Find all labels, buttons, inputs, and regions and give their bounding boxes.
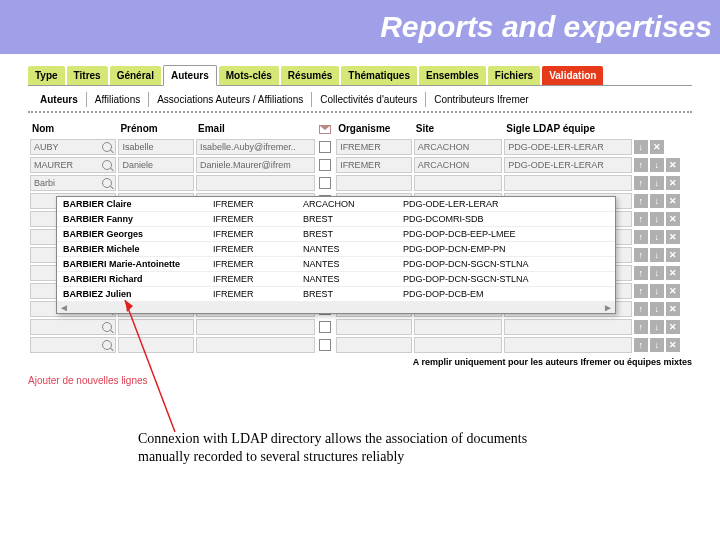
add-rows-link[interactable]: Ajouter de nouvelles lignes (28, 369, 148, 386)
delete-button[interactable]: ✕ (666, 284, 680, 298)
prenom-input[interactable]: Isabelle (118, 139, 194, 155)
nom-input[interactable] (30, 337, 116, 353)
subtab[interactable]: Collectivités d'auteurs (312, 92, 426, 107)
dropdown-item[interactable]: BARBIER GeorgesIFREMERBRESTPDG-DOP-DCB-E… (57, 227, 615, 242)
sigle-input[interactable] (504, 175, 631, 191)
tab-auteurs[interactable]: Auteurs (163, 65, 217, 86)
delete-button[interactable]: ✕ (666, 176, 680, 190)
tab-mots-clés[interactable]: Mots-clés (219, 66, 279, 85)
nom-input[interactable] (30, 319, 116, 335)
tab-général[interactable]: Général (110, 66, 161, 85)
email-input[interactable]: Isabelle.Auby@ifremer.. (196, 139, 315, 155)
email-input[interactable]: Daniele.Maurer@ifrem (196, 157, 315, 173)
move-down-button[interactable]: ↓ (650, 158, 664, 172)
checkbox[interactable] (319, 141, 331, 153)
site-input[interactable]: ARCACHON (414, 139, 503, 155)
move-up-button[interactable]: ↑ (634, 266, 648, 280)
move-down-button[interactable]: ↓ (650, 194, 664, 208)
move-down-button[interactable]: ↓ (650, 230, 664, 244)
organisme-input[interactable] (336, 319, 412, 335)
search-icon[interactable] (102, 178, 112, 188)
scroll-right-icon[interactable]: ► (603, 302, 613, 313)
move-up-button[interactable]: ↑ (634, 194, 648, 208)
move-up-button[interactable]: ↑ (634, 212, 648, 226)
move-up-button[interactable]: ↑ (634, 284, 648, 298)
move-up-button[interactable]: ↑ (634, 248, 648, 262)
email-input[interactable] (196, 175, 315, 191)
delete-button[interactable]: ✕ (666, 194, 680, 208)
tab-ensembles[interactable]: Ensembles (419, 66, 486, 85)
dropdown-item[interactable]: BARBIER FannyIFREMERBRESTPDG-DCOMRI-SDB (57, 212, 615, 227)
dropdown-item[interactable]: BARBIER MicheleIFREMERNANTESPDG-DOP-DCN-… (57, 242, 615, 257)
delete-button[interactable]: ✕ (666, 158, 680, 172)
tab-fichiers[interactable]: Fichiers (488, 66, 540, 85)
nom-input[interactable]: AUBY (30, 139, 116, 155)
move-down-button[interactable]: ↓ (634, 140, 648, 154)
checkbox[interactable] (319, 321, 331, 333)
dropdown-item[interactable]: BARBIEZ JulienIFREMERBRESTPDG-DOP-DCB-EM (57, 287, 615, 302)
prenom-input[interactable]: Daniele (118, 157, 194, 173)
move-up-button[interactable]: ↑ (634, 230, 648, 244)
tab-titres[interactable]: Titres (67, 66, 108, 85)
email-input[interactable] (196, 337, 315, 353)
scroll-left-icon[interactable]: ◄ (59, 302, 69, 313)
search-icon[interactable] (102, 160, 112, 170)
organisme-input[interactable] (336, 337, 412, 353)
search-icon[interactable] (102, 322, 112, 332)
dropdown-item[interactable]: BARBIERI Marie-AntoinetteIFREMERNANTESPD… (57, 257, 615, 272)
search-icon[interactable] (102, 142, 112, 152)
move-down-button[interactable]: ↓ (650, 284, 664, 298)
checkbox[interactable] (319, 339, 331, 351)
email-input[interactable] (196, 319, 315, 335)
site-input[interactable] (414, 175, 503, 191)
move-down-button[interactable]: ↓ (650, 266, 664, 280)
move-down-button[interactable]: ↓ (650, 320, 664, 334)
sigle-input[interactable]: PDG-ODE-LER-LERAR (504, 139, 631, 155)
delete-button[interactable]: ✕ (666, 248, 680, 262)
sigle-input[interactable] (504, 319, 631, 335)
site-input[interactable] (414, 337, 503, 353)
subtab[interactable]: Auteurs (32, 92, 87, 107)
prenom-input[interactable] (118, 175, 194, 191)
site-input[interactable] (414, 319, 503, 335)
delete-button[interactable]: ✕ (666, 230, 680, 244)
subtab[interactable]: Contributeurs Ifremer (426, 92, 536, 107)
move-up-button[interactable]: ↑ (634, 158, 648, 172)
move-down-button[interactable]: ↓ (650, 212, 664, 226)
dropdown-item[interactable]: BARBIER ClaireIFREMERARCACHONPDG-ODE-LER… (57, 197, 615, 212)
tab-résumés[interactable]: Résumés (281, 66, 339, 85)
organisme-input[interactable] (336, 175, 412, 191)
tab-thématiques[interactable]: Thématiques (341, 66, 417, 85)
sigle-input[interactable]: PDG-ODE-LER-LERAR (504, 157, 631, 173)
move-up-button[interactable]: ↑ (634, 320, 648, 334)
nom-input[interactable]: Barbi (30, 175, 116, 191)
sigle-input[interactable] (504, 337, 631, 353)
subtab[interactable]: Affiliations (87, 92, 149, 107)
move-down-button[interactable]: ↓ (650, 176, 664, 190)
nom-input[interactable]: MAURER (30, 157, 116, 173)
tab-validation[interactable]: Validation (542, 66, 603, 85)
tab-type[interactable]: Type (28, 66, 65, 85)
move-up-button[interactable]: ↑ (634, 176, 648, 190)
organisme-input[interactable]: IFREMER (336, 139, 412, 155)
prenom-input[interactable] (118, 319, 194, 335)
move-down-button[interactable]: ↓ (650, 302, 664, 316)
checkbox[interactable] (319, 159, 331, 171)
move-down-button[interactable]: ↓ (650, 248, 664, 262)
delete-button[interactable]: ✕ (666, 320, 680, 334)
delete-button[interactable]: ✕ (666, 302, 680, 316)
search-icon[interactable] (102, 340, 112, 350)
delete-button[interactable]: ✕ (666, 338, 680, 352)
move-up-button[interactable]: ↑ (634, 302, 648, 316)
delete-button[interactable]: ✕ (666, 266, 680, 280)
organisme-input[interactable]: IFREMER (336, 157, 412, 173)
checkbox[interactable] (319, 177, 331, 189)
site-input[interactable]: ARCACHON (414, 157, 503, 173)
delete-button[interactable]: ✕ (666, 212, 680, 226)
dropdown-item[interactable]: BARBIERI RichardIFREMERNANTESPDG-DOP-DCN… (57, 272, 615, 287)
prenom-input[interactable] (118, 337, 194, 353)
autocomplete-dropdown[interactable]: BARBIER ClaireIFREMERARCACHONPDG-ODE-LER… (56, 196, 616, 314)
move-up-button[interactable]: ↑ (634, 338, 648, 352)
delete-button[interactable]: ✕ (650, 140, 664, 154)
subtab[interactable]: Associations Auteurs / Affiliations (149, 92, 312, 107)
